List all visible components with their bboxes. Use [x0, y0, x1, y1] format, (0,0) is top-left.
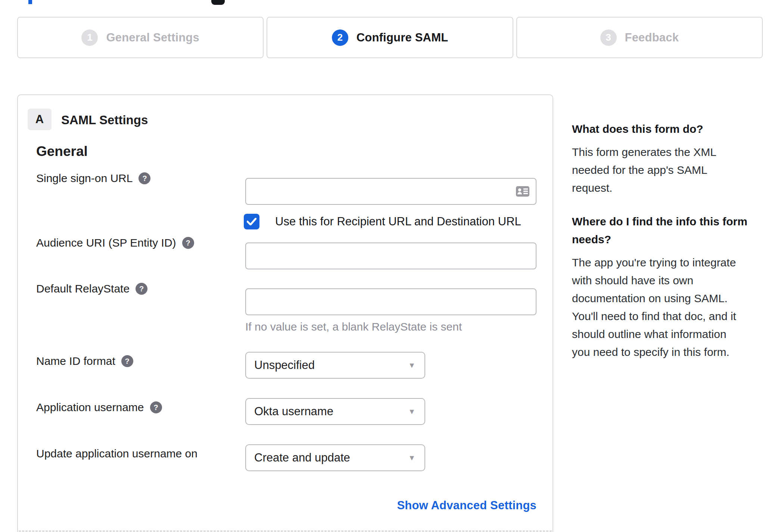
update-app-username-label-text: Update application username on: [36, 447, 197, 460]
sso-url-input-wrap: [245, 178, 536, 205]
saml-settings-panel: A SAML Settings General Single sign-on U…: [17, 94, 553, 532]
help-sidebar: What does this form do? This form genera…: [572, 120, 747, 377]
name-id-format-value: Unspecified: [254, 359, 315, 372]
wizard-stepper: 1 General Settings 2 Configure SAML 3 Fe…: [17, 17, 763, 58]
step-number-badge: 1: [81, 29, 98, 46]
panel-title: SAML Settings: [61, 113, 148, 127]
help-icon[interactable]: ?: [121, 355, 133, 367]
sso-url-input[interactable]: [245, 178, 536, 205]
name-id-format-label-text: Name ID format: [36, 355, 115, 367]
application-username-value: Okta username: [254, 405, 333, 418]
chevron-down-icon: ▼: [408, 361, 416, 370]
audience-uri-label: Audience URI (SP Entity ID) ?: [36, 237, 194, 249]
show-advanced-settings-link[interactable]: Show Advanced Settings: [245, 499, 536, 512]
audience-uri-input[interactable]: [245, 242, 536, 269]
step-number-badge: 2: [332, 29, 348, 46]
sidebar-body-what: This form generates the XML needed for t…: [572, 143, 747, 197]
application-username-label: Application username ?: [36, 401, 162, 414]
step-number-badge: 3: [600, 29, 617, 46]
audience-uri-label-text: Audience URI (SP Entity ID): [36, 237, 176, 249]
default-relaystate-input-wrap: [245, 288, 536, 315]
update-app-username-select[interactable]: Create and update ▼: [245, 444, 425, 471]
sso-url-label: Single sign-on URL ?: [36, 172, 150, 185]
step-label: Feedback: [625, 31, 679, 44]
sidebar-heading-what: What does this form do?: [572, 120, 747, 138]
sidebar-body-where: The app you're trying to integrate with …: [572, 254, 747, 361]
default-relaystate-label-text: Default RelayState: [36, 282, 130, 295]
chevron-down-icon: ▼: [408, 454, 416, 462]
name-id-format-label: Name ID format ?: [36, 355, 133, 367]
step-general-settings[interactable]: 1 General Settings: [17, 17, 264, 58]
step-configure-saml[interactable]: 2 Configure SAML: [267, 17, 513, 58]
default-relaystate-label: Default RelayState ?: [36, 282, 147, 295]
sso-url-label-text: Single sign-on URL: [36, 172, 133, 185]
help-icon[interactable]: ?: [150, 401, 162, 413]
recipient-url-checkbox[interactable]: [244, 214, 259, 229]
application-username-label-text: Application username: [36, 401, 144, 414]
application-username-select[interactable]: Okta username ▼: [245, 398, 425, 425]
chevron-down-icon: ▼: [408, 407, 416, 416]
cutoff-header-blue-element: [28, 0, 32, 4]
update-app-username-label: Update application username on: [36, 447, 197, 460]
sidebar-heading-where: Where do I find the info this form needs…: [572, 213, 747, 248]
relaystate-hint: If no value is set, a blank RelayState i…: [245, 320, 462, 333]
recipient-url-checkbox-row: Use this for Recipient URL and Destinati…: [244, 214, 521, 229]
cutoff-header-dark-element: [211, 0, 225, 5]
section-a-badge: A: [28, 109, 52, 130]
help-icon[interactable]: ?: [182, 237, 194, 249]
check-icon: [247, 218, 256, 225]
help-icon[interactable]: ?: [136, 283, 147, 295]
help-icon[interactable]: ?: [139, 172, 150, 184]
recipient-url-checkbox-label: Use this for Recipient URL and Destinati…: [275, 215, 521, 228]
contact-card-icon: [516, 186, 530, 197]
update-app-username-value: Create and update: [254, 451, 350, 464]
name-id-format-select[interactable]: Unspecified ▼: [245, 352, 425, 379]
audience-uri-input-wrap: [245, 242, 536, 269]
dashed-divider: [19, 531, 552, 532]
step-feedback[interactable]: 3 Feedback: [516, 17, 763, 58]
default-relaystate-input[interactable]: [245, 288, 536, 315]
step-label: General Settings: [106, 31, 199, 44]
general-section-heading: General: [36, 144, 88, 159]
step-label: Configure SAML: [357, 31, 448, 44]
